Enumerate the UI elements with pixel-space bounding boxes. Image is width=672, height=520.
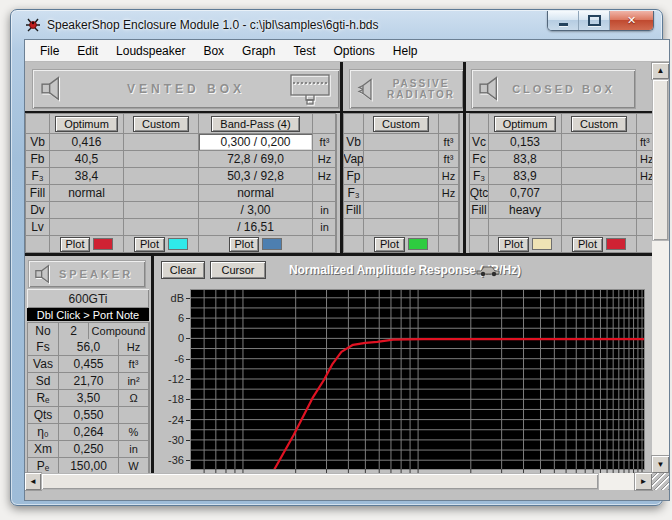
unit-label: Ω [119, 390, 149, 407]
unit-label: ft³ [439, 151, 459, 168]
speaker-model-name: 600GTi [27, 289, 149, 308]
plot-color-swatch [262, 238, 282, 250]
y-tick-mark [186, 420, 190, 421]
horizontal-scroll-thumb[interactable] [42, 474, 598, 489]
app-content: File Edit Loudspeaker Box Graph Test Opt… [25, 40, 669, 500]
speaker-icon [41, 76, 67, 101]
vented-vb-custom [124, 134, 199, 151]
row-label-f3: F₃ [470, 168, 489, 185]
cell [439, 114, 459, 134]
horizontal-scrollbar[interactable]: ◄ ► [25, 473, 652, 490]
driver-mode[interactable]: Compound [89, 323, 149, 340]
scroll-left-button[interactable]: ◄ [25, 473, 41, 490]
cell: Plot [50, 236, 124, 253]
vented-custom-plot-button[interactable]: Plot [134, 237, 165, 252]
speaker-icon [35, 264, 55, 284]
cell [637, 236, 652, 253]
closed-fc-optimum: 83,8 [489, 151, 562, 168]
close-button[interactable]: ✕ [610, 11, 653, 30]
vertical-scroll-thumb[interactable] [653, 80, 668, 240]
closed-vc-custom [562, 134, 637, 151]
param-label-vas: Vas [28, 356, 59, 373]
port-note-bar[interactable]: Dbl Click > Port Note [27, 308, 149, 321]
minimize-button[interactable] [548, 11, 579, 30]
unit-label [439, 202, 459, 219]
passive-radiator-title-line2: RADIATOR [379, 89, 463, 100]
closed-optimum-button[interactable]: Optimum [494, 116, 557, 132]
passive-vap-custom [364, 151, 439, 168]
menu-loudspeaker[interactable]: Loudspeaker [107, 42, 194, 60]
response-plot[interactable] [191, 290, 644, 469]
vented-enclosure-icon [289, 73, 331, 105]
row-label-fc: Fc [470, 151, 489, 168]
cell [439, 236, 459, 253]
resize-grip[interactable] [652, 473, 669, 490]
menu-edit[interactable]: Edit [68, 42, 107, 60]
menu-options[interactable]: Options [324, 42, 383, 60]
y-tick-label: 6 [178, 312, 184, 324]
scroll-right-button[interactable]: ► [635, 473, 652, 490]
unit-label [637, 202, 652, 219]
menu-test[interactable]: Test [284, 42, 324, 60]
vented-f3-custom [124, 168, 199, 185]
cell [344, 219, 364, 236]
window-title: SpeakerShop Enclosure Module 1.0 - c:\jb… [47, 18, 379, 32]
menu-box[interactable]: Box [194, 42, 233, 60]
y-tick-label: -30 [168, 434, 184, 446]
param-value-eta0: 0,264 [59, 424, 119, 441]
scroll-down-button[interactable]: ▼ [652, 456, 669, 473]
vented-lv-custom [124, 219, 199, 236]
unit-label [313, 185, 337, 202]
menu-graph[interactable]: Graph [233, 42, 284, 60]
row-label-lv: Lv [26, 219, 50, 236]
menu-help[interactable]: Help [384, 42, 427, 60]
vented-bandpass-button[interactable]: Band-Pass (4) [211, 116, 299, 132]
closed-qtc-optimum: 0,707 [489, 185, 562, 202]
param-label-sd: Sd [28, 373, 59, 390]
vented-optimum-button[interactable]: Optimum [55, 116, 118, 132]
closed-custom-button[interactable]: Custom [571, 116, 627, 132]
closed-box-table: Optimum Custom Vc 0,153 ft³ Fc 83,8 Hz F… [469, 113, 652, 254]
plot-color-swatch [93, 238, 113, 250]
y-tick-mark [186, 359, 190, 360]
cell [470, 219, 489, 236]
vertical-scrollbar[interactable]: ▲ ▼ [652, 62, 669, 473]
closed-fill-custom [562, 202, 637, 219]
driver-count[interactable]: 2 [59, 323, 89, 340]
unit-label: Hz [439, 185, 459, 202]
menu-file[interactable]: File [31, 42, 68, 60]
closed-custom-plot-button[interactable]: Plot [572, 237, 603, 252]
row-label-f3: F₃ [26, 168, 50, 185]
cell [637, 114, 652, 134]
row-label-f3: F₃ [344, 185, 364, 202]
row-label-fp: Fp [344, 168, 364, 185]
passive-plot-button[interactable]: Plot [374, 237, 405, 252]
clear-button[interactable]: Clear [161, 261, 205, 279]
unit-label [637, 185, 652, 202]
param-label-qts: Qts [28, 407, 59, 424]
scroll-up-button[interactable]: ▲ [652, 63, 669, 79]
y-tick-mark [186, 460, 190, 461]
unit-label: ft³ [439, 134, 459, 151]
y-tick-mark [186, 379, 190, 380]
vented-custom-button[interactable]: Custom [133, 116, 189, 132]
caption-buttons: ✕ [547, 11, 654, 31]
client-area: VENTED BOX PASSIVE RADIATOR [25, 62, 669, 500]
passive-custom-button[interactable]: Custom [373, 116, 429, 132]
vented-optimum-plot-button[interactable]: Plot [60, 237, 91, 252]
cursor-button[interactable]: Cursor [210, 261, 266, 279]
closed-box-table-clip: Optimum Custom Vc 0,153 ft³ Fc 83,8 Hz F… [469, 113, 652, 254]
car-icon[interactable] [475, 264, 501, 277]
vented-bandpass-plot-button[interactable]: Plot [229, 237, 260, 252]
unit-label: ft³ [119, 356, 149, 373]
closed-optimum-plot-button[interactable]: Plot [498, 237, 529, 252]
config-label: No [28, 323, 59, 340]
maximize-button[interactable] [579, 11, 610, 30]
vented-vb-optimum: 0,416 [50, 134, 124, 151]
unit-label: Hz [637, 151, 652, 168]
cell: Custom [562, 114, 637, 134]
unit-label: in [313, 202, 337, 219]
unit-label: in [313, 219, 337, 236]
plot-color-swatch [532, 238, 552, 250]
vented-vb-bandpass-field[interactable]: 0,300 / 0,200 [199, 134, 313, 151]
